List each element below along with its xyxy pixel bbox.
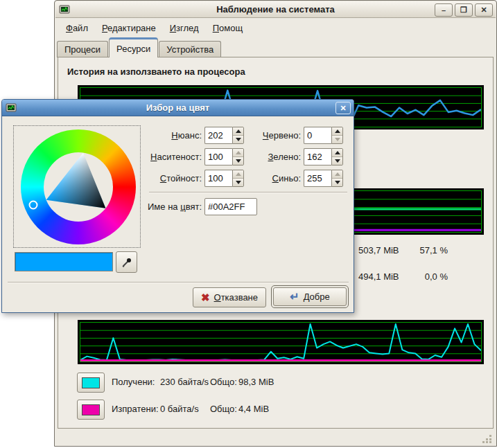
menu-file[interactable]: Файл: [60, 21, 94, 35]
green-spinbox: [304, 148, 343, 165]
ok-button-default-ring: ↵ Добре: [271, 285, 349, 308]
dialog-titlebar[interactable]: Избор на цвят ✕: [2, 100, 354, 116]
sent-total-label: Общо:: [210, 404, 237, 414]
cancel-x-icon: ✖: [201, 292, 210, 303]
hue-marker: [30, 201, 37, 209]
ok-button[interactable]: ↵ Добре: [273, 287, 347, 306]
received-label: Получени:: [112, 377, 155, 387]
menu-edit[interactable]: Редактиране: [96, 21, 162, 35]
color-name-input[interactable]: [204, 198, 257, 215]
menu-view[interactable]: Изглед: [164, 21, 204, 35]
value-spinbox: [204, 170, 244, 187]
green-label: Зелено:: [244, 152, 301, 162]
eyedropper-icon: [121, 257, 132, 268]
dialog-title: Избор на цвят: [2, 102, 354, 113]
red-input[interactable]: [304, 127, 331, 144]
blue-label: Синьо:: [244, 173, 301, 183]
hue-input[interactable]: [204, 127, 232, 144]
received-total: 98,3 MiB: [238, 377, 274, 387]
tab-processes[interactable]: Процеси: [57, 41, 108, 57]
color-wheel[interactable]: [13, 125, 141, 248]
color-preview: [15, 252, 113, 271]
dialog-close-button[interactable]: ✕: [335, 102, 351, 114]
sent-color-button[interactable]: [77, 400, 105, 420]
saturation-input[interactable]: [204, 148, 232, 165]
blue-spinbox: [304, 170, 343, 187]
hue-spin-down[interactable]: [233, 136, 243, 143]
red-label: Червено:: [244, 130, 301, 141]
received-color-button[interactable]: [77, 373, 105, 393]
color-picker-dialog: Избор на цвят ✕: [1, 99, 354, 313]
tab-strip: Процеси Ресурси Устройства: [57, 38, 222, 57]
saturation-spinbox: [204, 148, 244, 165]
saturation-spin-up[interactable]: [233, 149, 243, 157]
saturation-label: Наситеност:: [138, 152, 202, 162]
value-spin-down[interactable]: [233, 179, 243, 186]
dialog-app-icon: [6, 102, 17, 114]
green-spin-up[interactable]: [332, 149, 342, 157]
received-rate: 230 байта/s: [160, 377, 209, 387]
blue-input[interactable]: [304, 170, 331, 187]
network-history-chart: [78, 320, 484, 364]
menubar: Файл Редактиране Изглед Помощ: [56, 19, 495, 36]
sent-label: Изпратени:: [112, 404, 159, 414]
swap-size-value: 494,1 MiB: [358, 271, 399, 282]
received-total-label: Общо:: [210, 377, 237, 387]
value-label: Стойност:: [138, 173, 202, 183]
minimize-button[interactable]: –: [435, 3, 453, 17]
memory-percent-value: 57,1 %: [406, 245, 448, 256]
green-input[interactable]: [304, 148, 331, 165]
memory-size-value: 503,7 MiB: [358, 245, 399, 256]
swap-percent-value: 0,0 %: [406, 271, 448, 282]
system-monitor-icon: [59, 4, 70, 15]
value-input[interactable]: [204, 170, 232, 187]
saturation-spin-down[interactable]: [233, 157, 243, 165]
main-titlebar[interactable]: Наблюдение на системата – ❐ ✕: [55, 1, 496, 18]
ok-enter-icon: ↵: [290, 292, 299, 303]
tab-devices[interactable]: Устройства: [159, 41, 221, 57]
sent-rate: 0 байта/s: [160, 404, 199, 414]
blue-spin-up[interactable]: [332, 170, 342, 179]
hue-spin-up[interactable]: [233, 127, 243, 136]
maximize-button[interactable]: ❐: [455, 3, 473, 17]
hue-spinbox: [204, 127, 244, 144]
resize-grip[interactable]: [482, 434, 492, 443]
received-color-swatch: [82, 377, 100, 388]
green-spin-down[interactable]: [332, 157, 342, 165]
cancel-button[interactable]: ✖ Отказване: [193, 287, 266, 307]
red-spin-up[interactable]: [332, 127, 342, 136]
red-spinbox: [304, 127, 343, 144]
fields-separator: [149, 192, 347, 193]
cpu-history-title: История на използването на процесора: [67, 66, 245, 77]
main-window-title: Наблюдение на системата: [55, 4, 496, 15]
blue-spin-down[interactable]: [332, 179, 342, 186]
eyedropper-button[interactable]: [116, 251, 137, 273]
hue-label: Нюанс:: [138, 130, 202, 141]
color-name-label: Име на цвят:: [138, 201, 202, 212]
sent-total: 4,4 MiB: [238, 404, 269, 414]
action-separator: [8, 282, 349, 283]
menu-help[interactable]: Помощ: [207, 21, 248, 35]
value-spin-up[interactable]: [233, 170, 243, 179]
hsv-triangle[interactable]: [14, 126, 141, 249]
red-spin-down[interactable]: [332, 136, 342, 143]
tab-resources[interactable]: Ресурси: [109, 37, 158, 57]
close-button[interactable]: ✕: [475, 3, 493, 17]
sent-color-swatch: [82, 404, 100, 415]
